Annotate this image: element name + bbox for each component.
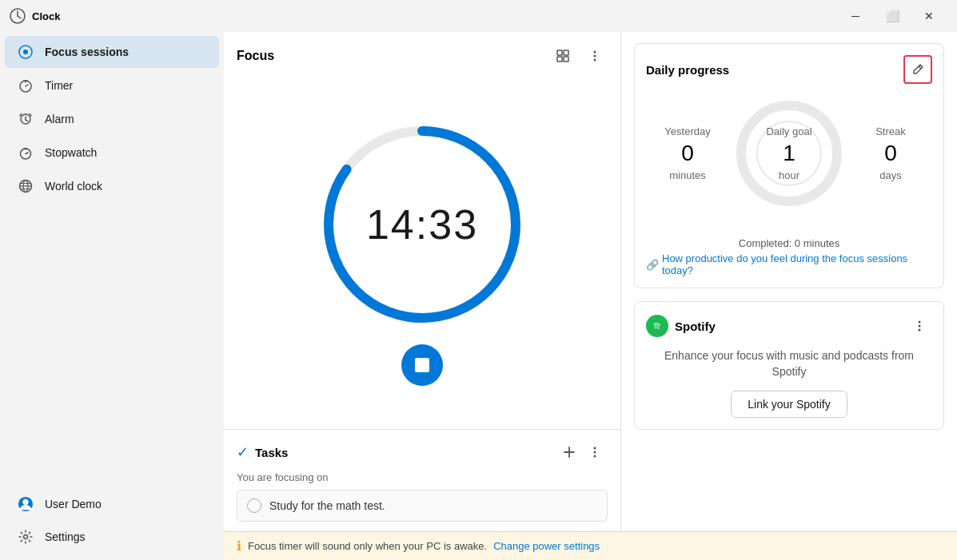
svg-line-8 xyxy=(26,85,28,86)
dp-streak-label: Streak xyxy=(875,125,906,137)
task-item: Study for the math test. xyxy=(237,490,608,522)
expand-button[interactable] xyxy=(550,43,576,69)
productivity-link-text: How productive do you feel during the fo… xyxy=(662,252,932,276)
more-options-button[interactable] xyxy=(582,43,608,69)
spotify-name: Spotify xyxy=(675,320,907,333)
spotify-description: Enhance your focus with music and podcas… xyxy=(646,348,932,379)
spotify-logo xyxy=(646,315,668,337)
svg-point-26 xyxy=(594,55,596,58)
sidebar-item-user[interactable]: User Demo xyxy=(5,488,219,520)
dp-streak-value: 0 xyxy=(884,141,897,166)
info-icon: ℹ xyxy=(237,538,241,554)
app-icon xyxy=(10,8,26,24)
svg-point-4 xyxy=(23,50,28,54)
dp-stat-streak: Streak 0 days xyxy=(849,125,932,181)
tasks-more-button[interactable] xyxy=(582,439,608,465)
world-clock-icon xyxy=(18,178,34,194)
svg-line-35 xyxy=(919,66,921,69)
title-bar: Clock ─ ⬜ ✕ xyxy=(0,0,957,32)
svg-rect-21 xyxy=(557,50,562,55)
spotify-link-button[interactable]: Link your Spotify xyxy=(731,391,847,418)
spotify-header: Spotify xyxy=(646,313,932,339)
dp-edit-button[interactable] xyxy=(903,55,932,84)
spotify-card: Spotify Enhance your focus with music an… xyxy=(634,301,944,430)
dp-yesterday-value: 0 xyxy=(681,141,694,166)
timer-label: Timer xyxy=(45,79,73,92)
bottom-bar: ℹ Focus timer will sound only when your … xyxy=(224,531,957,560)
timer-area: 14:33 xyxy=(224,77,620,429)
stop-icon xyxy=(415,358,429,372)
sidebar-item-alarm[interactable]: Alarm xyxy=(5,103,219,135)
svg-point-32 xyxy=(594,447,596,450)
change-power-link[interactable]: Change power settings xyxy=(493,540,600,552)
alarm-label: Alarm xyxy=(45,113,74,125)
svg-rect-23 xyxy=(557,57,562,62)
tasks-section: ✓ Tasks xyxy=(224,429,620,531)
dp-stat-yesterday: Yesterday 0 minutes xyxy=(646,125,729,181)
focus-sessions-label: Focus sessions xyxy=(45,46,129,58)
daily-progress-card: Daily progress Yesterday 0 minut xyxy=(634,43,944,288)
svg-point-19 xyxy=(22,499,28,505)
timer-icon xyxy=(18,77,34,93)
maximize-button[interactable]: ⬜ xyxy=(874,3,911,29)
svg-point-20 xyxy=(24,535,28,539)
dp-streak-unit: days xyxy=(879,169,901,181)
app-title: Clock xyxy=(32,10,837,22)
dp-goal-unit: hour xyxy=(779,169,799,181)
focus-header-actions xyxy=(550,43,608,69)
svg-line-2 xyxy=(18,16,21,18)
focus-left: Focus xyxy=(224,32,621,531)
tasks-focusing-label: You are focusing on xyxy=(237,471,608,483)
dp-title: Daily progress xyxy=(646,63,903,77)
sidebar-item-stopwatch[interactable]: Stopwatch xyxy=(5,137,219,169)
svg-point-33 xyxy=(594,451,596,454)
dp-yesterday-unit: minutes xyxy=(669,169,706,181)
main-content: Focus xyxy=(224,32,957,560)
svg-point-41 xyxy=(919,329,921,332)
svg-point-40 xyxy=(919,325,921,328)
sidebar-item-timer[interactable]: Timer xyxy=(5,70,219,101)
tasks-check-icon: ✓ xyxy=(237,443,249,461)
user-avatar xyxy=(18,496,34,512)
svg-rect-22 xyxy=(564,50,568,55)
focus-panel-header: Focus xyxy=(224,32,620,77)
svg-point-25 xyxy=(594,51,596,54)
tasks-title: Tasks xyxy=(255,446,556,459)
sidebar: Focus sessions Timer xyxy=(0,32,224,560)
timer-display: 14:33 xyxy=(366,201,478,248)
window-controls: ─ ⬜ ✕ xyxy=(837,3,947,29)
stopwatch-label: Stopwatch xyxy=(45,146,97,159)
dp-completed: Completed: 0 minutes xyxy=(646,237,932,249)
sidebar-bottom: User Demo Settings xyxy=(0,487,224,560)
svg-point-39 xyxy=(919,321,921,324)
svg-point-27 xyxy=(594,59,596,62)
sidebar-item-settings[interactable]: Settings xyxy=(5,521,219,553)
svg-point-34 xyxy=(594,455,596,458)
settings-label: Settings xyxy=(45,530,86,543)
dp-yesterday-label: Yesterday xyxy=(664,125,710,137)
close-button[interactable]: ✕ xyxy=(911,3,947,29)
dp-goal-value: 1 xyxy=(783,141,796,166)
task-circle xyxy=(247,498,261,513)
stop-button[interactable] xyxy=(401,344,443,386)
svg-rect-24 xyxy=(564,57,568,62)
stopwatch-icon xyxy=(18,145,34,161)
bottom-bar-message: Focus timer will sound only when your PC… xyxy=(248,540,487,552)
svg-line-12 xyxy=(26,153,28,154)
minimize-button[interactable]: ─ xyxy=(837,3,874,29)
dp-goal-label: Daily goal xyxy=(766,125,811,137)
spotify-more-button[interactable] xyxy=(907,313,932,339)
timer-circle: 14:33 xyxy=(318,121,526,328)
dp-header: Daily progress xyxy=(646,55,932,84)
sidebar-item-focus-sessions[interactable]: Focus sessions xyxy=(5,36,219,68)
dp-productivity-link[interactable]: 🔗 How productive do you feel during the … xyxy=(646,252,932,276)
add-task-button[interactable] xyxy=(556,439,582,465)
sidebar-item-world-clock[interactable]: World clock xyxy=(5,170,219,202)
alarm-icon xyxy=(18,111,34,127)
focus-panel: Focus xyxy=(224,32,957,531)
settings-icon xyxy=(18,529,34,545)
task-text: Study for the math test. xyxy=(269,499,385,512)
world-clock-label: World clock xyxy=(45,180,102,193)
focus-title: Focus xyxy=(237,49,550,63)
user-label: User Demo xyxy=(45,498,102,510)
